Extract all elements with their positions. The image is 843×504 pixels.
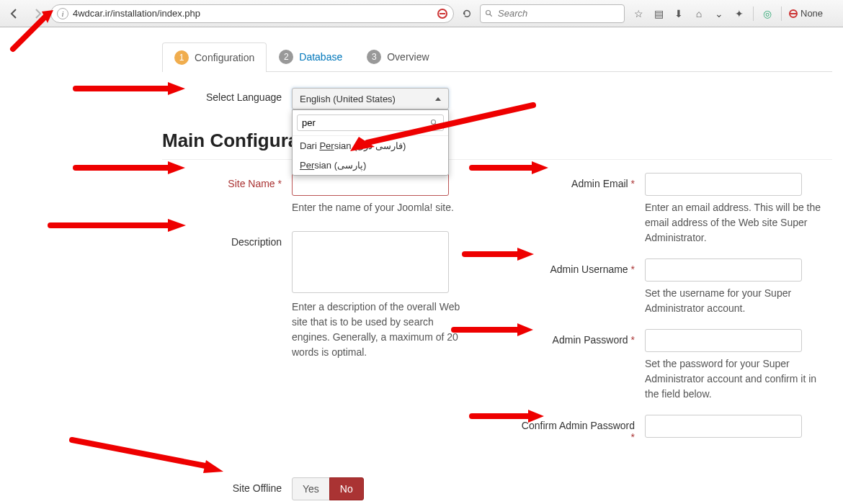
install-steps: 1 Configuration 2 Database 3 Overview xyxy=(162,42,832,72)
admin-password-label: Admin Password * xyxy=(515,329,645,346)
back-button[interactable] xyxy=(4,4,24,24)
admin-username-input[interactable] xyxy=(645,258,802,282)
step-num-3: 3 xyxy=(367,50,381,64)
offline-no[interactable]: No xyxy=(329,477,364,500)
forward-button[interactable] xyxy=(27,4,48,24)
step-label-1: Configuration xyxy=(195,52,254,63)
select-language-label: Select Language xyxy=(162,88,292,103)
admin-email-input[interactable] xyxy=(645,173,802,196)
site-offline-label: Site Offline xyxy=(162,477,292,494)
language-row: Select Language English (United States) … xyxy=(162,88,832,109)
site-offline-toggle: Yes No xyxy=(292,477,825,500)
svg-point-5 xyxy=(432,120,436,124)
svg-line-2 xyxy=(490,14,492,16)
bookmark-star-icon[interactable]: ☆ xyxy=(632,7,645,20)
stop-icon[interactable] xyxy=(437,9,447,19)
form-grid: Site Name * Enter the name of your Jooml… xyxy=(162,173,832,449)
site-info-icon[interactable]: i xyxy=(57,8,68,19)
pocket-icon[interactable]: ⌄ xyxy=(713,7,726,20)
page-title: Main Configuration xyxy=(162,130,832,152)
language-option-dari-persian[interactable]: Dari Persian (فارسی دری) xyxy=(293,136,448,156)
form-right-col: Admin Email * Enter an email address. Th… xyxy=(515,173,832,449)
admin-password-help: Set the password for your Super Administ… xyxy=(645,356,832,402)
language-search-box[interactable] xyxy=(297,114,444,131)
url-input[interactable] xyxy=(73,8,433,19)
admin-email-label: Admin Email * xyxy=(515,173,645,189)
language-search-wrap xyxy=(293,110,448,136)
confirm-password-input[interactable] xyxy=(645,415,802,438)
confirm-password-label: Confirm Admin Password * xyxy=(515,415,645,443)
forbidden-icon xyxy=(789,9,798,18)
language-dropdown: Dari Persian (فارسی دری) Persian (پارسی) xyxy=(292,109,449,176)
form-left-col: Site Name * Enter the name of your Jooml… xyxy=(162,173,479,449)
step-configuration[interactable]: 1 Configuration xyxy=(162,42,267,72)
site-name-help: Enter the name of your Joomla! site. xyxy=(292,200,465,215)
description-input[interactable] xyxy=(292,231,449,293)
step-database[interactable]: 2 Database xyxy=(267,42,354,71)
search-icon xyxy=(430,119,439,127)
description-label: Description xyxy=(162,231,292,248)
step-num-2: 2 xyxy=(279,50,293,64)
admin-username-help: Set the username for your Super Administ… xyxy=(645,286,832,316)
noscript-label: None xyxy=(800,8,823,19)
language-selected-value: English (United States) xyxy=(300,94,396,104)
site-name-label: Site Name * xyxy=(162,173,292,189)
offline-yes[interactable]: Yes xyxy=(292,477,330,500)
title-separator xyxy=(162,159,832,160)
svg-point-1 xyxy=(486,10,491,14)
separator xyxy=(753,6,754,21)
toolbar-icons: ☆ ▤ ⬇ ⌂ ⌄ ✦ ◎ None xyxy=(632,6,823,21)
download-icon[interactable]: ⬇ xyxy=(672,7,685,20)
step-label-3: Overview xyxy=(387,51,429,63)
site-name-input[interactable] xyxy=(292,173,449,196)
language-option-persian[interactable]: Persian (پارسی) xyxy=(293,156,448,175)
caret-up-icon xyxy=(435,97,441,101)
site-offline-row: Site Offline Yes No Set the site fronten… xyxy=(162,477,832,504)
browser-toolbar: i ☆ ▤ ⬇ ⌂ ⌄ ✦ ◎ None xyxy=(0,0,843,27)
home-icon[interactable]: ⌂ xyxy=(692,7,705,20)
noscript-button[interactable]: None xyxy=(789,8,823,19)
address-bar[interactable]: i xyxy=(50,4,454,23)
step-label-2: Database xyxy=(299,51,342,63)
page-content: 1 Configuration 2 Database 3 Overview Se… xyxy=(0,27,843,504)
admin-username-label: Admin Username * xyxy=(515,258,645,275)
addon-icon[interactable]: ✦ xyxy=(733,7,746,20)
language-select[interactable]: English (United States) xyxy=(292,88,449,109)
language-search-input[interactable] xyxy=(302,117,430,128)
reload-button[interactable] xyxy=(457,4,477,24)
step-num-1: 1 xyxy=(174,50,189,65)
browser-search-input[interactable] xyxy=(498,8,620,19)
separator xyxy=(781,6,782,21)
description-help: Enter a description of the overall Web s… xyxy=(292,300,465,360)
library-icon[interactable]: ▤ xyxy=(652,7,665,20)
browser-search[interactable] xyxy=(480,4,625,23)
admin-email-help: Enter an email address. This will be the… xyxy=(645,200,832,246)
extension-icon[interactable]: ◎ xyxy=(761,7,774,20)
admin-password-input[interactable] xyxy=(645,329,802,352)
step-overview[interactable]: 3 Overview xyxy=(354,42,441,71)
svg-line-6 xyxy=(435,123,437,125)
